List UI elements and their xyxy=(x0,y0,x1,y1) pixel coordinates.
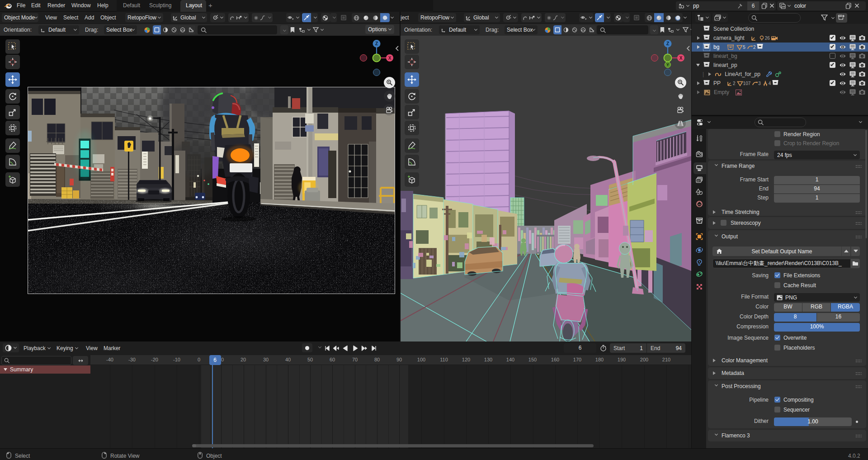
svg-text:X: X xyxy=(388,56,392,61)
svg-text:Z: Z xyxy=(375,41,378,46)
svg-text:X: X xyxy=(679,56,683,61)
svg-text:Z: Z xyxy=(666,41,669,46)
